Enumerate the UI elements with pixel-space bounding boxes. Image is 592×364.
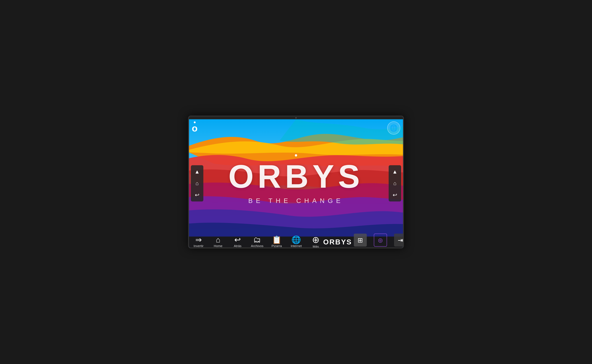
right-back-button[interactable]: ↩ (390, 190, 400, 200)
invertir-left-button[interactable]: ⇒ Invertir (191, 236, 206, 247)
apps-label: Apps (357, 247, 364, 247)
mas-button[interactable]: ⊕ Más (308, 235, 323, 247)
archivos-icon: 🗂 (253, 236, 261, 244)
apps-icon: ⊞ (354, 234, 367, 247)
taskbar-center: ORBYS (323, 238, 352, 246)
taskbar-center-logo: ORBYS (323, 238, 352, 246)
taskbar-right: ⊞ Apps ◎ ORBYS AI ⇥ EShare X Excel ◻ A (352, 234, 403, 247)
globe-button[interactable]: 🌐 (387, 121, 400, 134)
left-home-button[interactable]: ⌂ (192, 178, 202, 189)
top-left-logo: o (192, 121, 198, 133)
left-back-button[interactable]: ↩ (192, 190, 202, 200)
atras-icon: ↩ (234, 236, 241, 244)
archivos-label: Archivos (251, 244, 263, 247)
logo-letter: ORBYS (228, 158, 364, 195)
taskbar: ⇒ Invertir ⌂ Home ↩ Atrás 🗂 Archivos 📋 (189, 237, 403, 247)
right-home-button[interactable]: ⌂ (390, 178, 400, 189)
tagline: BE THE CHANGE (228, 197, 364, 204)
top-bar (189, 117, 403, 119)
pizarra-label: Pizarra (271, 244, 282, 247)
archivos-button[interactable]: 🗂 Archivos (250, 236, 264, 247)
home-icon: ⌂ (216, 236, 220, 244)
invertir-left-icon: ⇒ (195, 236, 202, 244)
mas-icon: ⊕ (312, 235, 320, 244)
apps-button[interactable]: ⊞ Apps (352, 234, 368, 247)
orbys-logo-text: ORBYS (228, 158, 364, 195)
orbysai-button[interactable]: ◎ ORBYS AI (372, 234, 389, 247)
taskbar-left: ⇒ Invertir ⌂ Home ↩ Atrás 🗂 Archivos 📋 (191, 235, 323, 247)
logo-o-small: o (192, 124, 198, 133)
left-sidebar: ▲ ⌂ ↩ (191, 165, 203, 202)
invertir-left-label: Invertir (194, 244, 204, 247)
orbysai-label: ORBYS AI (374, 247, 388, 247)
pizarra-button[interactable]: 📋 Pizarra (269, 236, 284, 247)
internet-label: Internet (291, 244, 302, 247)
eshare-label: EShare (396, 247, 403, 247)
screen: o 🌐 ▲ ⌂ ↩ ▲ ⌂ ↩ ORBYS BE THE CHANG (189, 119, 403, 247)
right-up-button[interactable]: ▲ (390, 166, 400, 177)
logo-o-container: ORBYS (228, 158, 364, 195)
internet-icon: 🌐 (291, 236, 301, 244)
globe-icon: 🌐 (390, 124, 398, 132)
eshare-icon: ⇥ (394, 234, 403, 247)
internet-button[interactable]: 🌐 Internet (289, 236, 303, 247)
right-sidebar: ▲ ⌂ ↩ (389, 165, 401, 202)
eshare-button[interactable]: ⇥ EShare (392, 234, 403, 247)
home-button[interactable]: ⌂ Home (211, 236, 225, 247)
mas-label: Más (313, 245, 319, 247)
center-logo: ORBYS BE THE CHANGE (228, 158, 364, 204)
atras-label: Atrás (234, 244, 241, 247)
left-up-button[interactable]: ▲ (192, 166, 202, 177)
orbysai-icon: ◎ (374, 234, 387, 247)
taskbar-logo-text: ORBYS (323, 238, 352, 246)
monitor: o 🌐 ▲ ⌂ ↩ ▲ ⌂ ↩ ORBYS BE THE CHANG (188, 116, 404, 248)
home-label: Home (214, 244, 222, 247)
pizarra-icon: 📋 (272, 236, 282, 244)
camera (295, 117, 297, 118)
atras-button[interactable]: ↩ Atrás (230, 236, 245, 247)
